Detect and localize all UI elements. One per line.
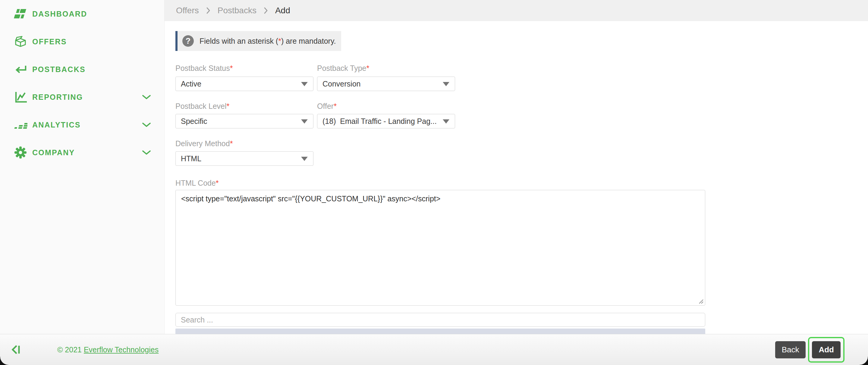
help-question-icon: ? (182, 35, 194, 47)
chevron-right-icon (264, 7, 268, 14)
sidebar-item-dashboard[interactable]: DASHBOARD (0, 0, 164, 28)
breadcrumb-item-offers[interactable]: Offers (176, 6, 199, 16)
sidebar-item-postbacks[interactable]: POSTBACKS (0, 56, 164, 83)
sidebar-item-label: COMPANY (32, 148, 75, 157)
sidebar-item-company[interactable]: COMPANY (0, 139, 164, 166)
html-code-textarea[interactable]: <script type="text/javascript" src="{{YO… (176, 190, 705, 306)
sidebar-item-offers[interactable]: OFFERS (0, 28, 164, 56)
sidebar-item-analytics[interactable]: ANALYTICS (0, 111, 164, 139)
sidebar-item-label: ANALYTICS (32, 121, 81, 129)
gear-icon (13, 146, 27, 159)
chevron-down-icon (142, 122, 151, 127)
delivery-method-select[interactable]: HTML (176, 151, 313, 166)
select-caret-icon (443, 82, 450, 86)
select-caret-icon (301, 157, 308, 161)
open-box-icon (13, 35, 27, 49)
breadcrumb: Offers Postbacks Add (164, 0, 868, 21)
add-button-highlight: Add (808, 337, 844, 363)
sidebar-item-label: DASHBOARD (32, 10, 87, 19)
postback-status-label: Postback Status* (176, 64, 233, 73)
sidebar-item-reporting[interactable]: REPORTING (0, 83, 164, 111)
postback-type-label: Postback Type* (317, 64, 369, 73)
resize-handle-icon[interactable] (698, 299, 704, 304)
main-content: ? Fields with an asterisk (*) are mandat… (164, 21, 868, 334)
everflow-logo-icon (13, 7, 27, 21)
chevron-right-icon (206, 7, 210, 14)
line-chart-icon (13, 90, 27, 104)
stacked-bars-icon (13, 118, 27, 132)
sidebar: DASHBOARD OFFERS POSTBACKS (0, 0, 164, 334)
search-input[interactable] (176, 313, 705, 327)
sidebar-item-label: POSTBACKS (32, 65, 86, 74)
breadcrumb-item-add: Add (275, 6, 290, 16)
sidebar-collapse-button[interactable] (10, 344, 22, 355)
return-arrow-icon (13, 62, 27, 76)
offer-select[interactable]: (18) Email Traffic - Landing Pag... (317, 114, 455, 128)
select-caret-icon (443, 119, 450, 124)
html-code-field: <script type="text/javascript" src="{{YO… (176, 190, 705, 306)
chevron-down-icon (142, 94, 151, 100)
offer-label: Offer* (317, 102, 337, 111)
postback-level-label: Postback Level* (176, 102, 229, 111)
html-code-label: HTML Code* (176, 179, 219, 187)
copyright-text: © 2021 Everflow Technologies (57, 345, 158, 354)
postback-status-select[interactable]: Active (176, 77, 313, 91)
table-header-bar (176, 329, 705, 334)
postback-level-select[interactable]: Specific (176, 114, 313, 128)
mandatory-fields-banner: ? Fields with an asterisk (*) are mandat… (176, 31, 341, 51)
chevron-down-icon (142, 150, 151, 155)
add-button[interactable]: Add (812, 341, 841, 358)
footer-bar: © 2021 Everflow Technologies Back Add (0, 334, 868, 365)
collapse-sidebar-icon (10, 352, 22, 356)
delivery-method-label: Delivery Method* (176, 139, 233, 148)
back-button[interactable]: Back (775, 341, 806, 358)
everflow-technologies-link[interactable]: Everflow Technologies (84, 345, 158, 354)
breadcrumb-item-postbacks[interactable]: Postbacks (218, 6, 256, 16)
select-caret-icon (301, 119, 308, 124)
sidebar-item-label: REPORTING (32, 93, 83, 101)
sidebar-item-label: OFFERS (32, 37, 67, 46)
select-caret-icon (301, 82, 308, 86)
postback-type-select[interactable]: Conversion (317, 77, 455, 91)
banner-text: Fields with an asterisk (*) are mandator… (199, 37, 336, 45)
